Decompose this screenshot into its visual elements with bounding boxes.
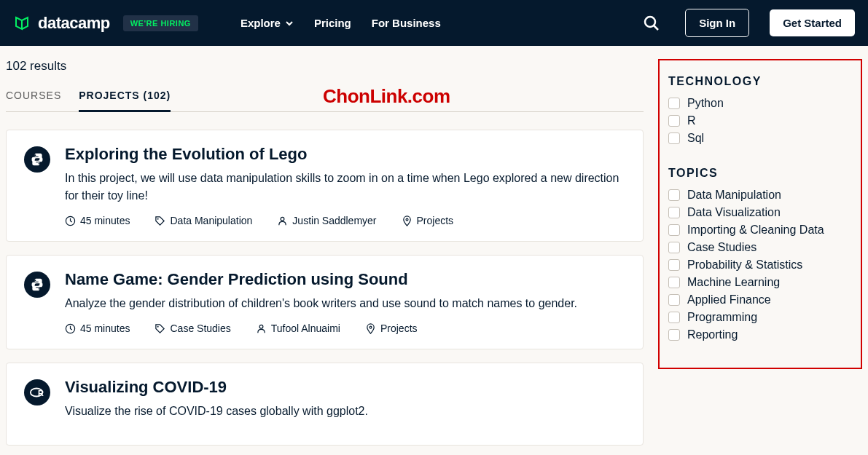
author-value: Tufool Alnuaimi xyxy=(271,323,340,334)
meta-tag: Case Studies xyxy=(155,323,230,334)
checkbox-icon xyxy=(668,259,680,271)
meta-author: Justin Saddlemyer xyxy=(277,215,376,226)
filter-label: Reporting xyxy=(687,328,738,341)
results-count: 102 results xyxy=(6,59,644,74)
filter-technology-title: TECHNOLOGY xyxy=(668,75,852,88)
meta-duration: 45 minutes xyxy=(65,215,130,226)
datacamp-logo-icon xyxy=(13,15,31,32)
filter-probability-stats[interactable]: Probability & Statistics xyxy=(668,258,852,272)
python-icon xyxy=(24,146,50,173)
chevron-down-icon xyxy=(285,19,294,28)
type-value: Projects xyxy=(417,215,454,226)
svg-point-7 xyxy=(157,325,159,327)
checkbox-icon xyxy=(668,207,680,218)
duration-value: 45 minutes xyxy=(80,215,130,226)
tag-icon xyxy=(155,323,165,334)
tag-icon xyxy=(155,215,165,226)
person-icon xyxy=(277,215,288,226)
checkbox-icon xyxy=(668,224,680,236)
tag-value: Case Studies xyxy=(170,323,230,334)
filter-label: Programming xyxy=(687,311,757,324)
watermark-text: ChonLink.com xyxy=(323,85,450,108)
card-title: Exploring the Evolution of Lego xyxy=(65,145,625,164)
tag-value: Data Manipulation xyxy=(170,215,252,226)
filter-data-manipulation[interactable]: Data Manipulation xyxy=(668,189,852,202)
tab-projects[interactable]: PROJECTS (102) xyxy=(79,90,171,112)
card-meta: 45 minutes Case Studies Tufool Alnuaimi … xyxy=(65,323,625,334)
card-description: In this project, we will use data manipu… xyxy=(65,170,625,205)
project-card[interactable]: Name Game: Gender Prediction using Sound… xyxy=(6,255,644,349)
meta-duration: 45 minutes xyxy=(65,323,130,334)
nav-pricing[interactable]: Pricing xyxy=(314,17,351,29)
pin-icon xyxy=(365,323,376,334)
filter-label: Sql xyxy=(687,132,704,145)
hiring-badge[interactable]: WE'RE HIRING xyxy=(123,15,198,31)
filter-sidebar: TECHNOLOGY Python R Sql TOPICS Data Mani… xyxy=(658,59,862,455)
filter-data-visualization[interactable]: Data Visualization xyxy=(668,206,852,219)
svg-text:R: R xyxy=(38,389,44,397)
checkbox-icon xyxy=(668,132,680,144)
tab-courses[interactable]: COURSES xyxy=(6,90,61,111)
main-content: 102 results COURSES PROJECTS (102) ChonL… xyxy=(6,59,644,455)
checkbox-icon xyxy=(668,115,680,127)
checkbox-icon xyxy=(668,189,680,201)
nav-explore[interactable]: Explore xyxy=(241,17,294,29)
checkbox-icon xyxy=(668,277,680,288)
nav-explore-label: Explore xyxy=(241,17,281,29)
duration-value: 45 minutes xyxy=(80,323,130,334)
filter-programming[interactable]: Programming xyxy=(668,311,852,324)
svg-line-1 xyxy=(654,25,658,30)
r-icon: R xyxy=(24,379,50,405)
card-title: Visualizing COVID-19 xyxy=(65,378,625,397)
meta-type: Projects xyxy=(365,323,418,334)
checkbox-icon xyxy=(668,98,680,109)
filter-label: Machine Learning xyxy=(687,276,780,289)
filter-importing-cleaning[interactable]: Importing & Cleaning Data xyxy=(668,223,852,237)
checkbox-icon xyxy=(668,294,680,306)
filter-label: Python xyxy=(687,97,724,110)
python-icon xyxy=(24,272,50,298)
card-meta: 45 minutes Data Manipulation Justin Sadd… xyxy=(65,215,625,226)
filter-sql[interactable]: Sql xyxy=(668,132,852,145)
filter-label: Applied Finance xyxy=(687,293,771,306)
svg-point-3 xyxy=(157,218,159,219)
project-card[interactable]: R Visualizing COVID-19 Visualize the ris… xyxy=(6,363,644,446)
svg-point-5 xyxy=(406,218,408,221)
filter-panel: TECHNOLOGY Python R Sql TOPICS Data Mani… xyxy=(658,59,862,369)
clock-icon xyxy=(65,323,76,334)
svg-point-8 xyxy=(259,325,263,328)
card-description: Analyze the gender distribution of child… xyxy=(65,295,625,312)
filter-applied-finance[interactable]: Applied Finance xyxy=(668,293,852,306)
meta-tag: Data Manipulation xyxy=(155,215,252,226)
author-value: Justin Saddlemyer xyxy=(292,215,376,226)
getstarted-button[interactable]: Get Started xyxy=(770,9,855,36)
tabs: COURSES PROJECTS (102) ChonLink.com xyxy=(6,90,644,112)
svg-point-9 xyxy=(370,326,372,328)
brand-name: datacamp xyxy=(38,14,110,33)
card-description: Visualize the rise of COVID-19 cases glo… xyxy=(65,403,625,420)
filter-case-studies[interactable]: Case Studies xyxy=(668,241,852,254)
pin-icon xyxy=(402,215,413,226)
svg-point-0 xyxy=(645,17,655,27)
logo-area[interactable]: datacamp xyxy=(13,14,110,33)
type-value: Projects xyxy=(380,323,418,334)
nav-links: Explore Pricing For Business xyxy=(241,17,441,29)
svg-point-4 xyxy=(281,217,285,221)
search-icon[interactable] xyxy=(643,15,660,32)
filter-technology-group: TECHNOLOGY Python R Sql xyxy=(668,75,852,145)
signin-button[interactable]: Sign In xyxy=(685,9,749,37)
project-card[interactable]: Exploring the Evolution of Lego In this … xyxy=(6,130,644,242)
nav-business[interactable]: For Business xyxy=(372,17,441,29)
checkbox-icon xyxy=(668,329,680,341)
filter-machine-learning[interactable]: Machine Learning xyxy=(668,276,852,289)
filter-r[interactable]: R xyxy=(668,114,852,127)
meta-author: Tufool Alnuaimi xyxy=(256,323,340,334)
filter-label: Probability & Statistics xyxy=(687,258,802,272)
top-navigation: datacamp WE'RE HIRING Explore Pricing Fo… xyxy=(0,0,868,46)
filter-label: Data Manipulation xyxy=(687,189,781,202)
checkbox-icon xyxy=(668,312,680,323)
filter-reporting[interactable]: Reporting xyxy=(668,328,852,341)
filter-python[interactable]: Python xyxy=(668,97,852,110)
person-icon xyxy=(256,323,267,334)
filter-label: Case Studies xyxy=(687,241,756,254)
